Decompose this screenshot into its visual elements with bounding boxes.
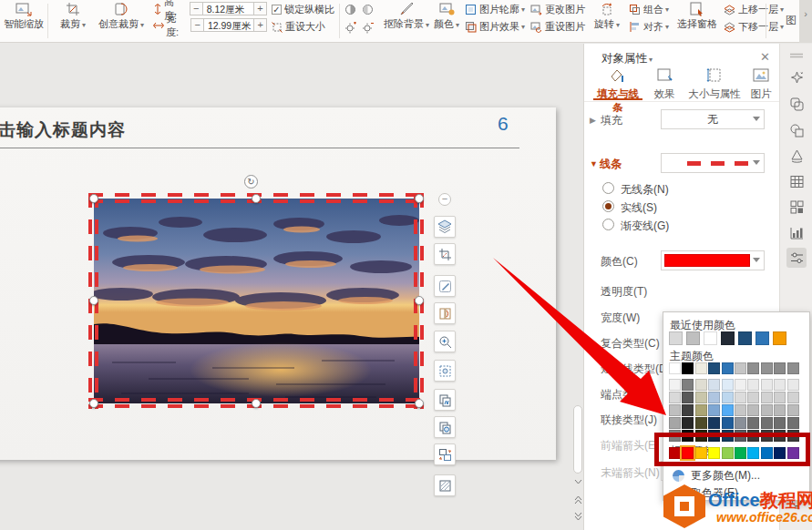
group-button[interactable]: 组合▾ — [629, 3, 673, 16]
color-swatch[interactable] — [704, 331, 717, 345]
color-swatch[interactable] — [686, 331, 700, 345]
object-properties-icon[interactable] — [786, 248, 807, 268]
color-swatch[interactable] — [708, 417, 720, 429]
resize-handle-nw[interactable] — [89, 194, 98, 203]
copy-doc-icon[interactable] — [434, 389, 456, 411]
resize-handle-w[interactable] — [89, 296, 98, 305]
quickbar-collapse-button[interactable]: − — [438, 193, 451, 206]
color-swatch[interactable] — [735, 404, 746, 416]
bring-forward-button[interactable]: 上移一层▾ — [724, 3, 782, 16]
resize-handle-ne[interactable] — [415, 194, 424, 203]
edit-pen-icon[interactable] — [434, 275, 456, 297]
color-swatch[interactable] — [761, 417, 773, 429]
color-swatch[interactable] — [761, 404, 773, 416]
change-picture-button[interactable]: 更改图片 — [530, 3, 587, 16]
color-swatch[interactable] — [708, 379, 720, 391]
table-icon[interactable] — [786, 171, 807, 191]
color-swatch[interactable] — [774, 417, 786, 429]
picture-outline-button[interactable]: 图片轮廓▾ — [465, 3, 529, 16]
resize-handle-e[interactable] — [415, 296, 424, 305]
color-swatch[interactable] — [787, 430, 799, 442]
solid-line-radio[interactable] — [602, 200, 614, 212]
contrast-up-icon[interactable] — [344, 4, 356, 15]
color-swatch[interactable] — [708, 362, 720, 374]
color-swatch[interactable] — [669, 392, 681, 403]
color-swatch[interactable] — [669, 362, 681, 374]
tab-effects[interactable]: 效果 — [646, 64, 683, 101]
line-color-dropdown[interactable] — [661, 250, 765, 270]
color-swatch[interactable] — [787, 447, 799, 459]
smart-layout-icon[interactable] — [786, 197, 807, 217]
color-swatch[interactable] — [774, 379, 786, 391]
resize-handle-n[interactable] — [252, 194, 261, 203]
smart-zoom-button[interactable]: 智能缩放 — [2, 0, 46, 40]
slide-title-placeholder[interactable]: 击输入标题内容 — [0, 118, 126, 142]
color-swatch[interactable] — [747, 447, 759, 459]
color-swatch[interactable] — [735, 379, 746, 391]
color-swatch[interactable] — [774, 404, 786, 416]
disclosure-expanded-icon[interactable]: ▼ — [590, 159, 598, 168]
color-button[interactable]: 颜色▾ — [430, 0, 463, 40]
reset-size-button[interactable]: 重设大小 — [272, 20, 344, 34]
color-swatch[interactable] — [735, 430, 746, 442]
color-swatch[interactable] — [669, 417, 681, 429]
diagonal-style-icon[interactable] — [434, 474, 456, 496]
align-button[interactable]: 对齐▾ — [629, 20, 673, 34]
color-swatch[interactable] — [669, 430, 681, 442]
gradient-line-radio[interactable] — [602, 219, 614, 230]
color-swatch[interactable] — [682, 417, 694, 429]
color-swatch[interactable] — [787, 362, 799, 374]
color-swatch[interactable] — [669, 379, 681, 391]
rotate-button[interactable]: 旋转▾ — [589, 0, 625, 40]
canvas-scrollbar[interactable] — [572, 44, 583, 530]
contrast-down-icon[interactable] — [362, 4, 374, 15]
line-style-dropdown[interactable] — [661, 153, 765, 173]
merge-shapes-icon[interactable] — [786, 94, 807, 114]
frame-icon[interactable] — [434, 360, 456, 382]
color-swatch[interactable] — [682, 430, 694, 442]
chart-icon[interactable] — [786, 222, 807, 242]
color-swatch[interactable] — [747, 392, 759, 403]
color-swatch[interactable] — [774, 362, 786, 374]
height-increment-button[interactable]: + — [253, 2, 267, 15]
disclosure-collapsed-icon[interactable]: ▶ — [590, 116, 596, 125]
color-swatch[interactable] — [735, 417, 746, 429]
tab-size-and-properties[interactable]: 大小与属性 — [684, 64, 745, 101]
height-decrement-button[interactable]: − — [190, 2, 203, 15]
color-swatch[interactable] — [774, 392, 786, 403]
color-swatch[interactable] — [708, 430, 720, 442]
brightness-up-icon[interactable] — [344, 22, 356, 34]
color-swatch[interactable] — [682, 392, 694, 403]
send-backward-button[interactable]: 下移一层▾ — [724, 20, 782, 34]
color-swatch[interactable] — [761, 430, 773, 442]
tab-fill-and-line[interactable]: 填充与线条 — [593, 64, 642, 115]
rotate-handle[interactable]: ↻ — [244, 175, 258, 189]
zoom-in-icon[interactable] — [434, 331, 456, 352]
reset-picture-button[interactable]: 重设图片 — [530, 20, 587, 34]
color-swatch[interactable] — [774, 430, 786, 442]
color-swatch[interactable] — [695, 362, 707, 374]
color-swatch[interactable] — [695, 417, 707, 429]
color-swatch[interactable] — [722, 392, 734, 403]
crop-button[interactable]: 裁剪▾ — [53, 0, 93, 40]
layers-icon[interactable] — [434, 216, 456, 238]
resize-handle-se[interactable] — [415, 399, 424, 408]
color-swatch[interactable] — [747, 362, 759, 374]
color-swatch[interactable] — [682, 379, 694, 391]
more-colors-item[interactable]: 更多颜色(M)... — [670, 468, 760, 484]
picture-effects-button[interactable]: 图片效果▾ — [465, 20, 529, 34]
color-swatch[interactable] — [787, 417, 799, 429]
3d-pyramid-icon[interactable] — [786, 146, 807, 166]
drag-handle-icon[interactable] — [786, 46, 807, 66]
color-swatch[interactable] — [722, 430, 734, 442]
fill-dropdown[interactable]: 无 — [661, 109, 765, 129]
lock-aspect-checkbox[interactable]: ✓ 锁定纵横比 — [272, 3, 344, 16]
color-swatch[interactable] — [669, 447, 681, 459]
color-swatch[interactable] — [787, 404, 799, 416]
scrollbar-thumb[interactable] — [573, 405, 582, 474]
width-input[interactable]: 12.99厘米 — [204, 18, 253, 32]
paste-doc-icon[interactable] — [434, 416, 456, 438]
color-swatch[interactable] — [773, 331, 786, 345]
color-swatch[interactable] — [708, 404, 720, 416]
color-swatch[interactable] — [708, 392, 720, 403]
